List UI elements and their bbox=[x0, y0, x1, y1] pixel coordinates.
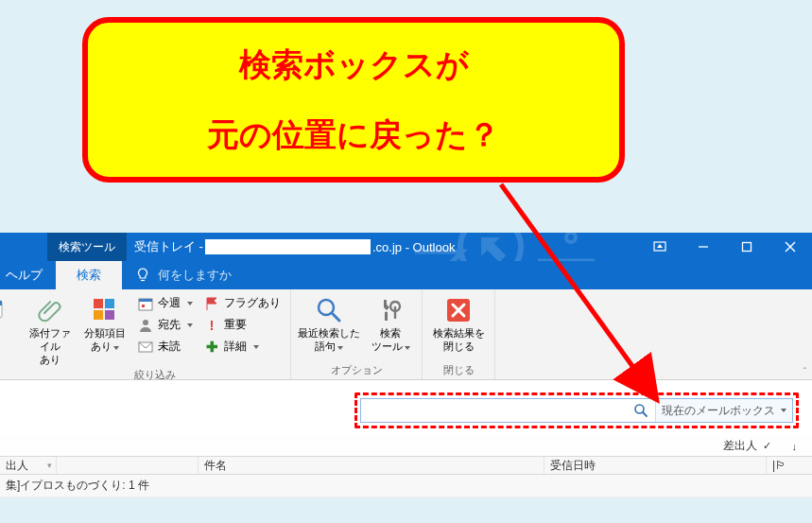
contextual-tab-search-tools[interactable]: 検索ツール bbox=[47, 233, 127, 261]
svg-rect-12 bbox=[105, 299, 114, 308]
redacted-account bbox=[205, 239, 371, 254]
unread-button[interactable]: 未読 bbox=[134, 339, 197, 355]
maximize-button[interactable] bbox=[725, 233, 769, 261]
tab-search[interactable]: 検索 bbox=[56, 261, 122, 289]
person-icon bbox=[138, 318, 153, 333]
column-flag[interactable]: |🏳 bbox=[767, 457, 812, 474]
magnifier-icon bbox=[314, 295, 344, 325]
group-label-options: オプション bbox=[297, 361, 416, 379]
column-spacer[interactable] bbox=[57, 457, 199, 474]
group-label-close: 閉じる bbox=[428, 361, 489, 379]
svg-line-21 bbox=[332, 313, 339, 321]
search-box-highlight: 現在のメールボックス bbox=[354, 392, 799, 428]
search-row: 現在のメールボックス bbox=[0, 380, 812, 436]
callout-line-2: 元の位置に戻った？ bbox=[207, 113, 500, 157]
ribbon-tabs: ヘルプ 検索 何をしますか bbox=[0, 261, 812, 289]
sent-to-button[interactable]: 宛先 bbox=[134, 317, 197, 333]
title-prefix: 受信トレイ - bbox=[134, 238, 203, 255]
content-area: 現在のメールボックス 差出人 ✓ ↓ 出人▾ 件名 受信日時 |🏳 集]イプロス… bbox=[0, 380, 812, 497]
tools-icon bbox=[375, 295, 406, 325]
annotation-callout: 検索ボックスが 元の位置に戻った？ bbox=[82, 17, 625, 183]
tab-help[interactable]: ヘルプ bbox=[0, 261, 56, 289]
column-received[interactable]: 受信日時 bbox=[544, 457, 767, 474]
search-tools-button[interactable]: 検索ツール bbox=[365, 291, 416, 354]
tell-me-box[interactable]: 何をしますか bbox=[122, 261, 245, 289]
svg-line-26 bbox=[643, 412, 647, 416]
svg-rect-11 bbox=[94, 299, 103, 308]
important-button[interactable]: ! 重要 bbox=[200, 317, 285, 333]
ribbon-display-options-button[interactable] bbox=[638, 233, 682, 261]
svg-rect-16 bbox=[139, 299, 152, 302]
ribbon-group-partial: 名 bbox=[0, 289, 19, 379]
message-group-header[interactable]: 集]イプロスものづくり: 1 件 bbox=[0, 475, 812, 497]
recent-searches-button[interactable]: 最近検索した語句 bbox=[297, 291, 361, 354]
svg-rect-14 bbox=[105, 310, 114, 320]
this-week-button[interactable]: 今週 bbox=[134, 295, 197, 311]
important-icon: ! bbox=[204, 318, 219, 333]
close-search-button[interactable]: 検索結果を閉じる bbox=[428, 291, 489, 354]
chevron-down-icon bbox=[781, 409, 786, 412]
column-from[interactable]: 出人▾ bbox=[0, 457, 57, 474]
callout-line-1: 検索ボックスが bbox=[239, 44, 469, 87]
svg-rect-10 bbox=[0, 301, 2, 305]
sort-row[interactable]: 差出人 ✓ ↓ bbox=[0, 436, 812, 456]
magnifier-icon bbox=[633, 403, 648, 418]
sort-direction-icon: ↓ bbox=[792, 441, 798, 452]
svg-rect-17 bbox=[142, 305, 145, 307]
title-bar: 検索ツール 受信トレイ - .co.jp - Outlook bbox=[0, 233, 812, 261]
lightbulb-icon bbox=[135, 268, 150, 283]
collapse-ribbon-button[interactable]: ˆ bbox=[803, 367, 806, 377]
ribbon-group-options: 最近検索した語句 検索ツール オプション bbox=[291, 289, 423, 379]
window-title: 受信トレイ - .co.jp - Outlook bbox=[127, 233, 638, 261]
ribbon: 名 添付ファイルあり bbox=[0, 289, 812, 380]
close-button[interactable] bbox=[769, 233, 812, 261]
window-controls bbox=[638, 233, 812, 261]
categorized-button[interactable]: 分類項目あり bbox=[79, 291, 130, 354]
svg-point-18 bbox=[143, 320, 148, 325]
svg-rect-5 bbox=[743, 243, 752, 252]
search-input[interactable] bbox=[361, 399, 627, 422]
tell-me-label: 何をしますか bbox=[158, 267, 232, 284]
has-attachments-button[interactable]: 添付ファイルあり bbox=[25, 291, 76, 366]
plus-icon: ✚ bbox=[204, 340, 219, 355]
calendar-icon bbox=[138, 296, 153, 311]
outlook-window: 検索ツール 受信トレイ - .co.jp - Outlook ヘルプ 検索 bbox=[0, 233, 812, 497]
categories-icon bbox=[90, 295, 120, 325]
more-button[interactable]: ✚ 詳細 bbox=[200, 339, 285, 355]
minimize-button[interactable] bbox=[682, 233, 725, 261]
sort-check-icon: ✓ bbox=[763, 440, 771, 452]
sort-by-label: 差出人 bbox=[723, 438, 757, 454]
svg-rect-13 bbox=[94, 310, 103, 320]
paperclip-icon bbox=[35, 295, 65, 325]
close-x-icon bbox=[443, 295, 474, 325]
column-subject[interactable]: 件名 bbox=[199, 457, 544, 474]
envelope-icon bbox=[138, 340, 153, 355]
search-box: 現在のメールボックス bbox=[360, 398, 793, 423]
scope-label: 現在のメールボックス bbox=[662, 403, 775, 419]
search-submit-button[interactable] bbox=[627, 399, 655, 422]
search-scope-dropdown[interactable]: 現在のメールボックス bbox=[655, 399, 792, 422]
ribbon-group-close: 検索結果を閉じる 閉じる bbox=[423, 289, 495, 379]
partial-button[interactable]: 名 bbox=[0, 291, 13, 340]
ribbon-group-refine: 添付ファイルあり 分類項目あり 今週 bbox=[19, 289, 291, 379]
flag-icon bbox=[204, 296, 219, 311]
column-headers: 出人▾ 件名 受信日時 |🏳 bbox=[0, 456, 812, 475]
flagged-button[interactable]: フラグあり bbox=[200, 295, 285, 311]
group-header-text: 集]イプロスものづくり: 1 件 bbox=[6, 479, 149, 492]
title-suffix: .co.jp - Outlook bbox=[372, 240, 455, 254]
